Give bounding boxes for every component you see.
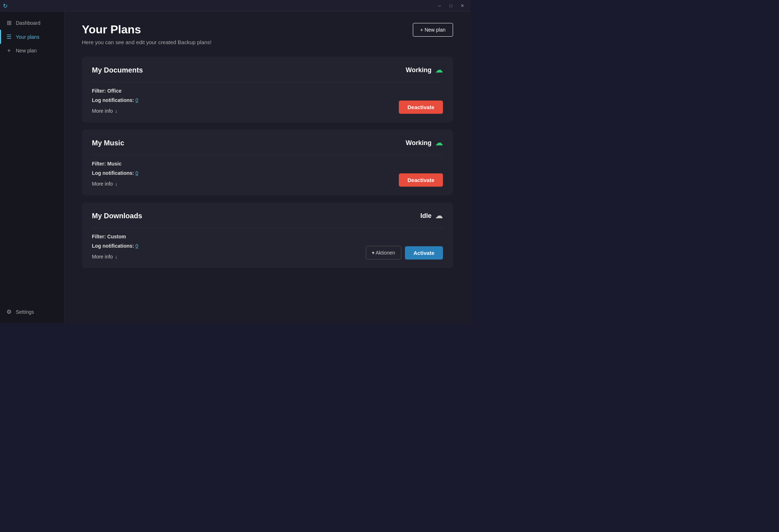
minimize-button[interactable]: ─ bbox=[434, 2, 444, 9]
plan-name-my-documents: My Documents bbox=[92, 66, 143, 74]
plans-list: My Documents Working ☁ Filter: Office bbox=[82, 57, 453, 268]
plan-log-my-documents: Log notifications: 0 bbox=[92, 97, 138, 103]
app: ⊞ Dashboard ☰ Your plans + New plan ⚙ Se… bbox=[0, 11, 470, 323]
deactivate-button-my-documents[interactable]: Deactivate bbox=[399, 101, 443, 114]
plan-card-header-my-downloads: My Downloads Idle ☁ bbox=[92, 211, 443, 220]
plan-card-header-my-music: My Music Working ☁ bbox=[92, 138, 443, 148]
titlebar-controls: ─ □ ✕ bbox=[434, 2, 467, 9]
more-info-my-downloads[interactable]: More info ↓ bbox=[92, 254, 138, 260]
log-label-my-music: Log notifications: bbox=[92, 170, 134, 176]
list-icon: ☰ bbox=[6, 33, 12, 40]
plan-actions-my-downloads: ▾ Aktionen Activate bbox=[366, 246, 443, 260]
cloud-idle-icon-my-downloads: ☁ bbox=[435, 211, 443, 220]
filter-label-my-documents: Filter: bbox=[92, 88, 106, 94]
plan-filter-my-documents: Filter: Office bbox=[92, 88, 138, 94]
app-icon: ↻ bbox=[3, 3, 9, 9]
cloud-working-icon-my-music: ☁ bbox=[435, 138, 443, 148]
activate-button-my-downloads[interactable]: Activate bbox=[405, 246, 443, 260]
page-header-text: Your Plans Here you can see and edit you… bbox=[82, 23, 211, 45]
status-text-my-documents: Working bbox=[406, 66, 432, 74]
plan-actions-my-music: Deactivate bbox=[399, 173, 443, 187]
titlebar-left: ↻ bbox=[3, 3, 9, 9]
close-button[interactable]: ✕ bbox=[457, 2, 467, 9]
filter-label-my-music: Filter: bbox=[92, 161, 106, 167]
page-title: Your Plans bbox=[82, 23, 211, 36]
more-info-my-music[interactable]: More info ↓ bbox=[92, 181, 138, 187]
more-info-my-documents[interactable]: More info ↓ bbox=[92, 108, 138, 114]
plan-card-body-my-downloads: Filter: Custom Log notifications: 0 More… bbox=[92, 234, 443, 260]
sidebar-bottom: ⚙ Settings bbox=[0, 305, 64, 319]
status-text-my-music: Working bbox=[406, 139, 432, 147]
plan-info-my-music: Filter: Music Log notifications: 0 More … bbox=[92, 161, 138, 187]
plan-card-my-documents: My Documents Working ☁ Filter: Office bbox=[82, 57, 453, 122]
dashboard-icon: ⊞ bbox=[6, 19, 12, 26]
chevron-down-icon-my-documents: ↓ bbox=[115, 108, 117, 114]
plan-card-my-music: My Music Working ☁ Filter: Music Lo bbox=[82, 130, 453, 195]
filter-value-my-downloads: Custom bbox=[107, 234, 126, 239]
more-info-label-my-music: More info bbox=[92, 181, 113, 187]
log-label-my-documents: Log notifications: bbox=[92, 97, 134, 103]
plan-actions-my-documents: Deactivate bbox=[399, 101, 443, 114]
plan-log-my-music: Log notifications: 0 bbox=[92, 170, 138, 176]
maximize-button[interactable]: □ bbox=[446, 2, 456, 9]
plan-status-my-music: Working ☁ bbox=[406, 138, 443, 148]
filter-value-my-documents: Office bbox=[107, 88, 122, 94]
settings-icon: ⚙ bbox=[6, 308, 12, 315]
sidebar-item-settings-label: Settings bbox=[16, 309, 34, 315]
action-row-my-downloads: ▾ Aktionen Activate bbox=[366, 246, 443, 260]
log-value-my-documents[interactable]: 0 bbox=[135, 97, 138, 103]
cloud-working-icon-my-documents: ☁ bbox=[435, 65, 443, 75]
page-subtitle: Here you can see and edit your created B… bbox=[82, 39, 211, 45]
plan-info-my-downloads: Filter: Custom Log notifications: 0 More… bbox=[92, 234, 138, 260]
filter-value-my-music: Music bbox=[107, 161, 122, 167]
plan-card-body-my-music: Filter: Music Log notifications: 0 More … bbox=[92, 161, 443, 187]
divider-my-documents bbox=[92, 82, 443, 82]
divider-my-downloads bbox=[92, 228, 443, 228]
plan-log-my-downloads: Log notifications: 0 bbox=[92, 243, 138, 249]
plan-card-body-my-documents: Filter: Office Log notifications: 0 More… bbox=[92, 88, 443, 114]
chevron-down-icon-my-downloads: ↓ bbox=[115, 254, 117, 260]
page-header: Your Plans Here you can see and edit you… bbox=[82, 23, 453, 45]
sidebar: ⊞ Dashboard ☰ Your plans + New plan ⚙ Se… bbox=[0, 11, 65, 323]
plan-name-my-music: My Music bbox=[92, 139, 124, 147]
new-plan-button[interactable]: + New plan bbox=[413, 23, 453, 37]
more-info-label-my-downloads: More info bbox=[92, 254, 113, 260]
plan-filter-my-downloads: Filter: Custom bbox=[92, 234, 138, 239]
sidebar-item-dashboard-label: Dashboard bbox=[16, 20, 41, 26]
plan-status-my-downloads: Idle ☁ bbox=[420, 211, 443, 220]
plan-info-my-documents: Filter: Office Log notifications: 0 More… bbox=[92, 88, 138, 114]
sidebar-item-your-plans[interactable]: ☰ Your plans bbox=[0, 30, 64, 44]
plan-card-my-downloads: My Downloads Idle ☁ Filter: Custom bbox=[82, 202, 453, 268]
plan-filter-my-music: Filter: Music bbox=[92, 161, 138, 167]
plus-icon: + bbox=[6, 47, 12, 54]
deactivate-button-my-music[interactable]: Deactivate bbox=[399, 173, 443, 187]
main-content: Your Plans Here you can see and edit you… bbox=[65, 11, 470, 323]
chevron-down-icon-my-music: ↓ bbox=[115, 181, 117, 187]
log-value-my-music[interactable]: 0 bbox=[135, 170, 138, 176]
titlebar: ↻ ─ □ ✕ bbox=[0, 0, 470, 11]
sidebar-item-new-plan-label: New plan bbox=[16, 48, 37, 53]
plan-status-my-documents: Working ☁ bbox=[406, 65, 443, 75]
more-info-label-my-documents: More info bbox=[92, 108, 113, 114]
sidebar-item-new-plan[interactable]: + New plan bbox=[0, 44, 64, 57]
sidebar-item-your-plans-label: Your plans bbox=[16, 34, 39, 40]
sidebar-item-settings[interactable]: ⚙ Settings bbox=[0, 305, 64, 319]
log-label-my-downloads: Log notifications: bbox=[92, 243, 134, 249]
status-text-my-downloads: Idle bbox=[420, 212, 432, 220]
plan-card-header-my-documents: My Documents Working ☁ bbox=[92, 65, 443, 75]
filter-label-my-downloads: Filter: bbox=[92, 234, 106, 239]
plan-name-my-downloads: My Downloads bbox=[92, 212, 142, 220]
sidebar-item-dashboard[interactable]: ⊞ Dashboard bbox=[0, 16, 64, 30]
divider-my-music bbox=[92, 155, 443, 155]
aktionen-button-my-downloads[interactable]: ▾ Aktionen bbox=[366, 246, 401, 260]
log-value-my-downloads[interactable]: 0 bbox=[135, 243, 138, 249]
